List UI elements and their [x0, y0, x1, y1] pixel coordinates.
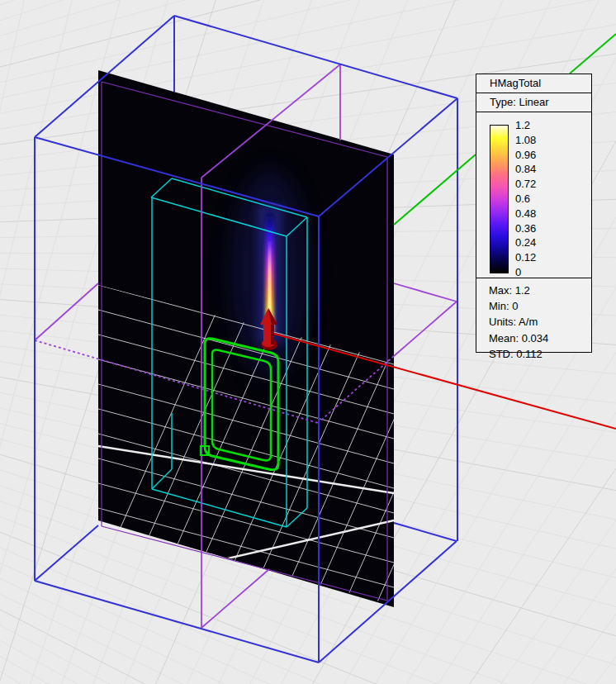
modeler-viewport[interactable]: HMagTotal Type: Linear 1.21.080.960.840.… [0, 0, 616, 684]
legend-color-scale: 1.21.080.960.840.720.60.480.360.240.120 [476, 112, 591, 278]
scale-tick-label: 0.24 [515, 235, 536, 250]
scale-tick-label: 0.96 [515, 148, 536, 163]
colorbar-scale-labels: 1.21.080.960.840.720.60.480.360.240.120 [515, 118, 536, 280]
legend-title: HMagTotal [476, 74, 591, 93]
scale-tick-label: 1.08 [515, 133, 536, 148]
stat-line: Mean: 0.034 [489, 330, 585, 346]
stat-line: Max: 1.2 [489, 283, 585, 298]
stat-line: STD: 0.112 [489, 346, 585, 362]
legend-statistics: Max: 1.2Min: 0Units: A/mMean: 0.034STD: … [476, 278, 591, 362]
scale-tick-label: 0.72 [515, 177, 536, 192]
scale-tick-label: 0.6 [515, 192, 536, 207]
scale-tick-label: 0.84 [515, 162, 536, 177]
scale-tick-label: 1.2 [515, 118, 536, 133]
legend-panel[interactable]: HMagTotal Type: Linear 1.21.080.960.840.… [476, 74, 592, 353]
colorbar [490, 125, 509, 273]
scale-tick-label: 0 [515, 265, 536, 280]
scale-tick-label: 0.36 [515, 221, 536, 236]
scale-tick-label: 0.12 [515, 250, 536, 265]
legend-scale-type: Type: Linear [476, 93, 591, 112]
scale-tick-label: 0.48 [515, 207, 536, 221]
stat-line: Units: A/m [489, 314, 585, 330]
stat-line: Min: 0 [489, 298, 585, 314]
